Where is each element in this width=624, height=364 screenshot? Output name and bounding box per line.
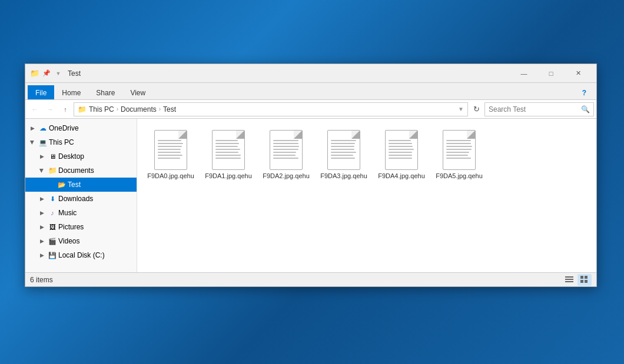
desktop-icon: 🖥 — [48, 152, 57, 161]
file-item-f0[interactable]: F9DA0.jpg.qehu — [144, 126, 197, 182]
sidebar-item-desktop[interactable]: ▶ 🖥 Desktop — [25, 149, 137, 163]
downloads-icon: ⬇ — [48, 194, 57, 203]
path-test[interactable]: Test — [163, 105, 176, 113]
file-icon-f4 — [383, 128, 420, 172]
file-item-f4[interactable]: F9DA4.jpg.qehu — [375, 126, 428, 182]
doc-icon-shape — [270, 130, 303, 170]
file-item-f2[interactable]: F9DA2.jpg.qehu — [260, 126, 313, 182]
music-label: Music — [58, 209, 77, 217]
desktop-expand-icon: ▶ — [37, 152, 47, 161]
svg-rect-6 — [585, 280, 588, 283]
sidebar-item-videos[interactable]: ▶ 🎬 Videos — [25, 234, 137, 248]
sidebar-item-pictures[interactable]: ▶ 🖼 Pictures — [25, 220, 137, 234]
search-input[interactable] — [489, 105, 579, 113]
back-button[interactable]: ← — [28, 102, 42, 116]
path-folder-icon: 📁 — [78, 105, 87, 113]
local-disk-label: Local Disk (C:) — [58, 251, 105, 259]
videos-icon: 🎬 — [48, 236, 57, 246]
local-disk-expand-icon: ▶ — [37, 251, 47, 260]
file-name-f2: F9DA2.jpg.qehu — [263, 172, 310, 180]
onedrive-icon: ☁ — [38, 123, 48, 133]
pin-icon: 📌 — [42, 69, 51, 78]
tab-view[interactable]: View — [122, 85, 153, 99]
search-icon[interactable]: 🔍 — [581, 105, 590, 113]
address-bar: ← → ↑ 📁 This PC › Documents › Test ▼ ↻ 🔍 — [25, 100, 596, 119]
details-view-button[interactable] — [562, 274, 576, 286]
details-view-icon — [565, 276, 573, 284]
sidebar-item-this-pc[interactable]: ▶ 💻 This PC — [25, 135, 137, 149]
sidebar-item-test[interactable]: ▶ 📂 Test — [25, 178, 137, 192]
title-bar-icons: 📁 📌 ▼ — [30, 69, 63, 78]
doc-icon-shape — [385, 130, 418, 170]
address-path[interactable]: 📁 This PC › Documents › Test ▼ — [74, 102, 468, 116]
status-count: 6 items — [30, 276, 53, 284]
sidebar-item-local-disk[interactable]: ▶ 💾 Local Disk (C:) — [25, 248, 137, 262]
icons-view-button[interactable] — [577, 274, 592, 286]
documents-expand-icon: ▶ — [37, 166, 47, 175]
help-button[interactable]: ? — [575, 85, 594, 99]
svg-rect-5 — [580, 280, 583, 283]
doc-icon-shape — [212, 130, 245, 170]
sidebar-item-documents[interactable]: ▶ 📁 Documents — [25, 163, 137, 178]
window-controls: — □ ✕ — [510, 64, 592, 83]
pictures-label: Pictures — [58, 223, 84, 231]
view-buttons — [562, 274, 592, 286]
sidebar-item-music[interactable]: ▶ ♪ Music — [25, 206, 137, 220]
path-sep-2: › — [159, 106, 161, 112]
this-pc-expand-icon: ▶ — [28, 138, 37, 147]
title-bar: 📁 📌 ▼ Test — □ ✕ — [25, 64, 596, 83]
file-explorer-window: 📁 📌 ▼ Test — □ ✕ File Home Share View ? — [25, 64, 597, 287]
doc-icon-shape — [327, 130, 360, 170]
downloads-expand-icon: ▶ — [37, 194, 47, 203]
local-disk-icon: 💾 — [48, 251, 57, 260]
file-item-f3[interactable]: F9DA3.jpg.qehu — [317, 126, 370, 182]
icons-view-icon — [580, 276, 589, 284]
close-button[interactable]: ✕ — [565, 64, 592, 83]
up-button[interactable]: ↑ — [58, 102, 72, 116]
desktop-label: Desktop — [58, 152, 84, 161]
svg-rect-0 — [565, 276, 573, 278]
folder-icon: 📁 — [30, 69, 39, 78]
search-box[interactable]: 🔍 — [484, 102, 594, 116]
music-expand-icon: ▶ — [37, 208, 47, 218]
sidebar-item-downloads[interactable]: ▶ ⬇ Downloads — [25, 192, 137, 206]
file-name-f5: F9DA5.jpg.qehu — [436, 172, 483, 180]
file-icon-f5 — [440, 128, 478, 172]
file-icon-f1 — [210, 128, 247, 172]
refresh-button[interactable]: ↻ — [469, 102, 483, 116]
videos-expand-icon: ▶ — [37, 236, 47, 246]
ribbon: File Home Share View ? — [25, 83, 596, 100]
file-area: F9DA0.jpg.qehu F9DA1.jpg.qehu F9DA2.jpg.… — [137, 119, 596, 272]
onedrive-expand-icon: ▶ — [28, 123, 37, 133]
documents-label: Documents — [58, 166, 94, 175]
file-item-f5[interactable]: F9DA5.jpg.qehu — [433, 126, 486, 182]
file-name-f0: F9DA0.jpg.qehu — [147, 172, 194, 180]
path-this-pc[interactable]: This PC — [89, 105, 114, 113]
window-title: Test — [68, 69, 510, 78]
sidebar-item-onedrive[interactable]: ▶ ☁ OneDrive — [25, 121, 137, 135]
svg-rect-4 — [585, 276, 588, 279]
status-bar: 6 items — [25, 272, 596, 286]
file-name-f3: F9DA3.jpg.qehu — [320, 172, 367, 180]
doc-icon-shape — [443, 130, 476, 170]
files-grid: F9DA0.jpg.qehu F9DA1.jpg.qehu F9DA2.jpg.… — [137, 119, 596, 272]
this-pc-label: This PC — [49, 138, 74, 146]
tab-file[interactable]: File — [28, 85, 54, 99]
onedrive-label: OneDrive — [49, 124, 79, 132]
pictures-expand-icon: ▶ — [37, 222, 47, 232]
file-icon-f3 — [325, 128, 363, 172]
file-icon-f2 — [267, 128, 305, 172]
sidebar: ▶ ☁ OneDrive ▶ 💻 This PC ▶ 🖥 Desktop ▶ 📁… — [25, 119, 137, 272]
doc-icon-shape — [154, 130, 187, 170]
forward-button[interactable]: → — [43, 102, 57, 116]
videos-label: Videos — [58, 237, 79, 245]
path-sep-1: › — [117, 106, 118, 112]
tab-home[interactable]: Home — [54, 85, 88, 99]
file-item-f1[interactable]: F9DA1.jpg.qehu — [202, 126, 255, 182]
tab-share[interactable]: Share — [88, 85, 122, 99]
path-documents[interactable]: Documents — [121, 105, 157, 113]
maximize-button[interactable]: □ — [537, 64, 565, 83]
minimize-button[interactable]: — — [510, 64, 537, 83]
svg-rect-1 — [565, 279, 573, 280]
main-content: ▶ ☁ OneDrive ▶ 💻 This PC ▶ 🖥 Desktop ▶ 📁… — [25, 119, 596, 272]
